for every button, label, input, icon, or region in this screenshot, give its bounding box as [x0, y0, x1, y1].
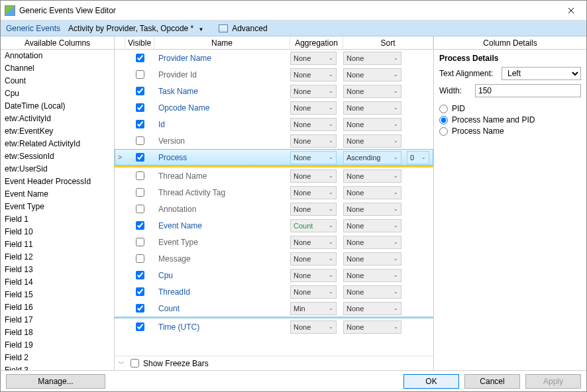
available-column-item[interactable]: Event Type [1, 201, 114, 213]
aggregation-dropdown[interactable]: None⌄ [290, 236, 337, 249]
toolbar-advanced-button[interactable]: Advanced [216, 23, 270, 34]
available-column-item[interactable]: Field 14 [1, 276, 114, 289]
available-column-item[interactable]: Field 11 [1, 238, 114, 251]
sort-dropdown[interactable]: None⌄ [343, 134, 401, 148]
sort-dropdown[interactable]: None⌄ [343, 170, 401, 183]
grid-row[interactable]: Thread NameNone⌄None⌄ [115, 168, 433, 184]
grid-row[interactable]: Provider IdNone⌄None⌄ [115, 66, 433, 83]
available-column-item[interactable]: Field 19 [1, 339, 114, 352]
grid-row[interactable]: Event TypeNone⌄None⌄ [115, 234, 433, 250]
grid-header-aggregation[interactable]: Aggregation [290, 36, 343, 49]
sort-dropdown[interactable]: None⌄ [343, 320, 401, 334]
available-columns-list[interactable]: AnnotationChannelCountCpuDateTime (Local… [1, 50, 114, 370]
close-button[interactable] [556, 1, 586, 21]
available-column-item[interactable]: Cpu [1, 87, 114, 100]
sort-dropdown[interactable]: None⌄ [343, 68, 401, 81]
aggregation-dropdown[interactable]: None⌄ [290, 186, 337, 199]
sort-dropdown[interactable]: None⌄ [343, 285, 401, 299]
aggregation-dropdown[interactable]: None⌄ [290, 203, 337, 216]
available-column-item[interactable]: Field 10 [1, 226, 114, 238]
available-column-item[interactable]: Channel [1, 62, 114, 75]
sort-dropdown[interactable]: None⌄ [343, 203, 401, 216]
aggregation-dropdown[interactable]: None⌄ [290, 52, 337, 65]
available-column-item[interactable]: Field 13 [1, 264, 114, 276]
grid-row[interactable]: VersionNone⌄None⌄ [115, 132, 433, 149]
grid-row[interactable]: Event NameCount⌄None⌄ [115, 217, 433, 234]
sort-dropdown[interactable]: None⌄ [343, 118, 401, 131]
grid-header-name[interactable]: Name [154, 36, 290, 49]
available-column-item[interactable]: Annotation [1, 50, 114, 62]
visible-checkbox[interactable] [136, 70, 144, 79]
visible-checkbox[interactable] [136, 287, 144, 296]
visible-checkbox[interactable] [136, 153, 144, 162]
visible-checkbox[interactable] [136, 254, 144, 263]
grid-row[interactable]: IdNone⌄None⌄ [115, 116, 433, 132]
visible-checkbox[interactable] [136, 304, 144, 313]
available-column-item[interactable]: etw:ActivityId [1, 113, 114, 125]
aggregation-dropdown[interactable]: None⌄ [290, 101, 337, 115]
aggregation-dropdown[interactable]: None⌄ [290, 285, 337, 299]
grid-row[interactable]: Opcode NameNone⌄None⌄ [115, 99, 433, 116]
grid-row[interactable]: Provider NameNone⌄None⌄ [115, 50, 433, 66]
sort-dropdown[interactable]: None⌄ [343, 236, 401, 249]
text-alignment-select[interactable]: Left [502, 67, 581, 80]
available-column-item[interactable]: etw:EventKey [1, 125, 114, 138]
radio-process-name[interactable]: Process Name [439, 126, 581, 136]
available-column-item[interactable]: DateTime (Local) [1, 100, 114, 113]
available-column-item[interactable]: Field 17 [1, 314, 114, 326]
grid-body[interactable]: Provider NameNone⌄None⌄Provider IdNone⌄N… [115, 50, 433, 356]
aggregation-dropdown[interactable]: None⌄ [290, 252, 337, 266]
ok-button[interactable]: OK [403, 374, 459, 389]
aggregation-dropdown[interactable]: None⌄ [290, 320, 337, 334]
sort-dropdown[interactable]: None⌄ [343, 269, 401, 282]
sort-dropdown[interactable]: None⌄ [343, 302, 401, 315]
width-input[interactable] [475, 84, 581, 97]
sort-dropdown[interactable]: None⌄ [343, 186, 401, 199]
grid-row[interactable]: >ProcessNone⌄Ascending⌄0⌄ [115, 149, 433, 166]
visible-checkbox[interactable] [136, 172, 144, 180]
sort-dropdown[interactable]: None⌄ [343, 219, 401, 232]
available-column-item[interactable]: Event Name [1, 188, 114, 201]
grid-row[interactable]: Thread Activity TagNone⌄None⌄ [115, 184, 433, 201]
aggregation-dropdown[interactable]: None⌄ [290, 68, 337, 81]
radio-process-name-and-pid[interactable]: Process Name and PID [439, 115, 581, 124]
toolbar-tab-generic-events[interactable]: Generic Events [3, 23, 63, 34]
available-column-item[interactable]: etw:UserSid [1, 163, 114, 175]
show-freeze-bars-checkbox[interactable] [131, 359, 139, 368]
available-column-item[interactable]: etw:SessionId [1, 150, 114, 163]
grid-header-visible[interactable]: Visible [125, 36, 154, 49]
visible-checkbox[interactable] [136, 54, 144, 62]
manage-button[interactable]: Manage... [6, 374, 105, 389]
grid-row[interactable]: Time (UTC)None⌄None⌄ [115, 318, 433, 335]
aggregation-dropdown[interactable]: None⌄ [290, 85, 337, 98]
available-column-item[interactable]: Field 15 [1, 289, 114, 301]
visible-checkbox[interactable] [136, 205, 144, 213]
sort-dropdown[interactable]: None⌄ [343, 52, 401, 65]
aggregation-dropdown[interactable]: None⌄ [290, 151, 337, 164]
visible-checkbox[interactable] [136, 238, 144, 246]
available-column-item[interactable]: Field 1 [1, 213, 114, 226]
aggregation-dropdown[interactable]: None⌄ [290, 134, 337, 148]
sort-dropdown[interactable]: None⌄ [343, 101, 401, 115]
available-column-item[interactable]: Field 18 [1, 326, 114, 339]
cancel-button[interactable]: Cancel [464, 374, 520, 389]
visible-checkbox[interactable] [136, 322, 144, 331]
visible-checkbox[interactable] [136, 188, 144, 197]
visible-checkbox[interactable] [136, 120, 144, 128]
grid-row[interactable]: CpuNone⌄None⌄ [115, 267, 433, 283]
row-expander[interactable]: > [115, 154, 125, 161]
sort-order-dropdown[interactable]: 0⌄ [407, 151, 429, 164]
aggregation-dropdown[interactable]: Count⌄ [290, 219, 337, 232]
grid-row[interactable]: MessageNone⌄None⌄ [115, 250, 433, 267]
grid-header-sort[interactable]: Sort [343, 36, 433, 49]
available-column-item[interactable]: Event Header ProcessId [1, 175, 114, 188]
visible-checkbox[interactable] [136, 136, 144, 145]
sort-dropdown[interactable]: None⌄ [343, 85, 401, 98]
aggregation-dropdown[interactable]: Min⌄ [290, 302, 337, 315]
sort-dropdown[interactable]: None⌄ [343, 252, 401, 266]
grid-row[interactable]: AnnotationNone⌄None⌄ [115, 201, 433, 217]
aggregation-dropdown[interactable]: None⌄ [290, 269, 337, 282]
available-column-item[interactable]: Field 12 [1, 251, 114, 264]
grid-row[interactable]: CountMin⌄None⌄ [115, 300, 433, 317]
visible-checkbox[interactable] [136, 87, 144, 95]
